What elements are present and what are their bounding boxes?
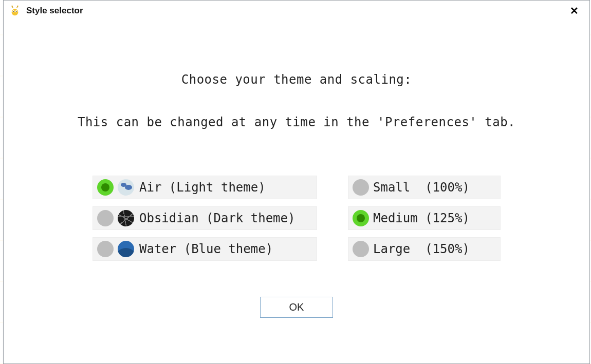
radio-icon	[97, 179, 114, 196]
water-theme-icon	[118, 241, 134, 257]
close-icon: ✕	[570, 5, 579, 17]
theme-option-obsidian[interactable]: Obsidian (Dark theme)	[93, 206, 317, 230]
theme-label: Air (Light theme)	[139, 180, 266, 195]
prompt-subheading: This can be changed at any time in the '…	[78, 115, 515, 129]
radio-icon	[97, 241, 114, 257]
theme-label: Water (Blue theme)	[139, 242, 273, 256]
close-button[interactable]: ✕	[563, 3, 585, 19]
theme-options: Air (Light theme) Obsidian (Dark theme) …	[93, 176, 317, 261]
obsidian-theme-icon	[118, 210, 134, 226]
theme-label: Obsidian (Dark theme)	[139, 211, 295, 225]
svg-point-3	[13, 11, 14, 12]
svg-point-7	[11, 6, 12, 7]
svg-point-8	[17, 6, 18, 7]
scaling-options: Small (100%) Medium (125%) Large (150%)	[348, 176, 501, 261]
scaling-option-small[interactable]: Small (100%)	[348, 176, 501, 199]
radio-icon	[97, 210, 114, 226]
air-theme-icon	[118, 179, 134, 196]
svg-point-4	[16, 11, 17, 12]
scaling-label: Large (150%)	[373, 242, 470, 256]
dialog-content: Choose your theme and scaling: This can …	[4, 21, 589, 363]
scaling-label: Small (100%)	[373, 180, 470, 195]
svg-point-0	[12, 9, 19, 15]
options-columns: Air (Light theme) Obsidian (Dark theme) …	[93, 176, 501, 261]
style-selector-dialog: Style selector ✕ Choose your theme and s…	[3, 0, 590, 364]
dialog-footer: OK	[260, 297, 333, 318]
radio-icon	[353, 179, 369, 196]
titlebar: Style selector ✕	[4, 1, 589, 21]
prompt-heading: Choose your theme and scaling:	[181, 72, 412, 87]
app-icon	[9, 5, 21, 17]
window-title: Style selector	[26, 6, 83, 16]
scaling-label: Medium (125%)	[373, 211, 470, 225]
scaling-option-large[interactable]: Large (150%)	[348, 237, 501, 261]
theme-option-water[interactable]: Water (Blue theme)	[93, 237, 317, 261]
ok-button[interactable]: OK	[260, 297, 333, 318]
theme-option-air[interactable]: Air (Light theme)	[93, 176, 317, 199]
scaling-option-medium[interactable]: Medium (125%)	[348, 206, 501, 230]
radio-icon	[353, 210, 369, 226]
radio-icon	[353, 241, 369, 257]
